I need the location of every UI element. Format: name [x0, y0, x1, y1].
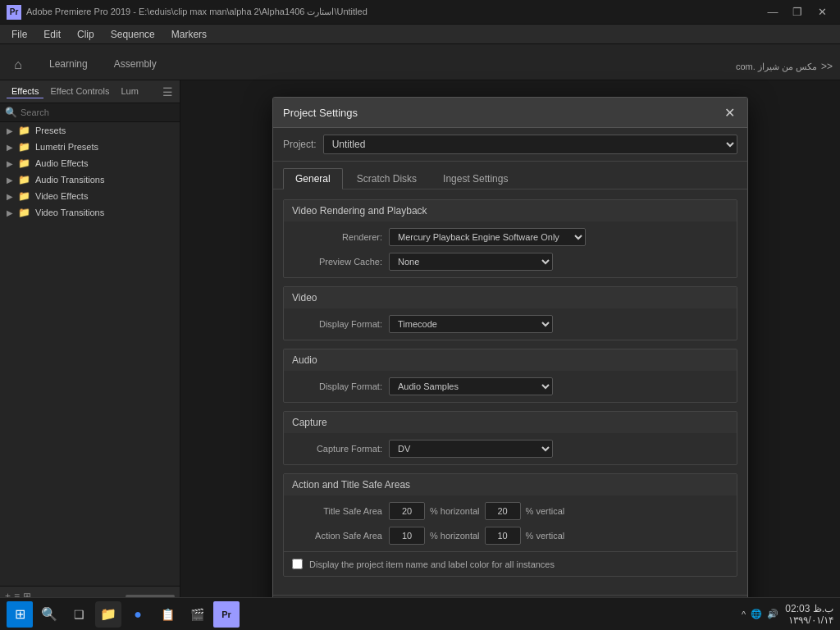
- title-safe-fields: 20 % horizontal 20 % vertical: [389, 502, 564, 520]
- video-display-format-row: Display Format: Timecode: [292, 315, 728, 333]
- main-area: Effects Effect Controls Lum ☰ 🔍 ▶ 📁 Pres…: [0, 80, 840, 605]
- dialog-body: Video Rendering and Playback Renderer: M…: [273, 189, 747, 595]
- systray-arrow[interactable]: ^: [742, 609, 746, 619]
- audio-transitions-item[interactable]: ▶ 📁 Audio Transitions: [0, 171, 180, 188]
- video-transitions-item[interactable]: ▶ 📁 Video Transitions: [0, 204, 180, 221]
- maximize-button[interactable]: ❐: [786, 3, 809, 21]
- workspace-more[interactable]: >>: [817, 57, 837, 76]
- menu-edit[interactable]: Edit: [35, 25, 69, 44]
- capture-format-label: Capture Format:: [292, 444, 382, 454]
- menu-sequence[interactable]: Sequence: [103, 25, 163, 44]
- audio-effects-item[interactable]: ▶ 📁 Audio Effects: [0, 155, 180, 171]
- safe-areas-header: Action and Title Safe Areas: [284, 474, 737, 495]
- presets-item[interactable]: ▶ 📁 Presets: [0, 122, 180, 139]
- premiere-taskbar-button[interactable]: Pr: [213, 601, 240, 628]
- audio-section: Audio Display Format: Audio Samples: [283, 349, 737, 403]
- clock-date: ۱۳۹۹/۰۱/۱۴: [785, 614, 833, 626]
- systray-network[interactable]: 🌐: [751, 609, 762, 619]
- chrome-button[interactable]: ●: [125, 601, 151, 628]
- preview-cache-select[interactable]: None: [389, 253, 553, 271]
- task-view-button[interactable]: ❑: [66, 601, 92, 628]
- tab-effect-controls[interactable]: Effect Controls: [45, 84, 114, 98]
- title-safe-v-input[interactable]: 20: [485, 502, 521, 520]
- video-transitions-label: Video Transitions: [35, 208, 104, 217]
- menu-clip[interactable]: Clip: [69, 25, 103, 44]
- panel-icons: ☰: [162, 85, 173, 98]
- panel-menu-icon[interactable]: ☰: [162, 85, 173, 98]
- tab-ingest-settings[interactable]: Ingest Settings: [431, 168, 520, 189]
- lumetri-presets-item[interactable]: ▶ 📁 Lumetri Presets: [0, 139, 180, 155]
- capture-section-content: Capture Format: DV: [284, 433, 737, 464]
- taskbar-right: ^ 🌐 🔊 02:03 ب.ظ ۱۳۹۹/۰۱/۱۴: [742, 603, 833, 626]
- audio-display-format-row: Display Format: Audio Samples: [292, 377, 728, 395]
- safe-areas-content: Title Safe Area 20 % horizontal 20 % ver…: [284, 495, 737, 551]
- video-transitions-arrow: ▶: [7, 208, 13, 217]
- left-panel: Effects Effect Controls Lum ☰ 🔍 ▶ 📁 Pres…: [0, 80, 180, 605]
- tab-assembly[interactable]: Assembly: [101, 50, 170, 80]
- action-safe-v-input[interactable]: 10: [485, 527, 521, 545]
- renderer-select[interactable]: Mercury Playback Engine Software Only: [389, 228, 586, 246]
- action-safe-label: Action Safe Area: [292, 531, 382, 541]
- safe-areas-section: Action and Title Safe Areas Title Safe A…: [283, 473, 737, 577]
- video-section-content: Display Format: Timecode: [284, 308, 737, 340]
- home-button[interactable]: ⌂: [3, 50, 33, 80]
- capture-format-select[interactable]: DV: [389, 440, 553, 458]
- title-safe-label: Title Safe Area: [292, 506, 382, 516]
- panel-tabs: Effects Effect Controls Lum: [7, 84, 144, 98]
- audio-display-format-label: Display Format:: [292, 381, 382, 391]
- audio-transitions-folder-icon: 📁: [18, 174, 30, 185]
- dialog-close-button[interactable]: ✕: [721, 104, 737, 121]
- title-bar: Pr Adobe Premiere Pro 2019 - E:\eduis\cl…: [0, 0, 840, 25]
- action-safe-fields: 10 % horizontal 10 % vertical: [389, 527, 564, 545]
- search-input[interactable]: [21, 107, 175, 117]
- dialog-title: Project Settings: [283, 107, 358, 119]
- video-display-format-label: Display Format:: [292, 319, 382, 329]
- menu-markers[interactable]: Markers: [163, 25, 215, 44]
- audio-section-header: Audio: [284, 349, 737, 371]
- checkbox-row: Display the project item name and label …: [284, 551, 737, 576]
- video-section-header: Video: [284, 287, 737, 308]
- title-safe-h-input[interactable]: 20: [389, 502, 425, 520]
- workspace-bar: ⌂ Learning Assembly مکس من شیراز .com >>: [0, 44, 840, 80]
- search-taskbar-button[interactable]: 🔍: [36, 601, 62, 628]
- display-label-checkbox[interactable]: [292, 559, 303, 569]
- dialog-titlebar: Project Settings ✕: [273, 98, 747, 128]
- minimize-button[interactable]: —: [761, 3, 784, 21]
- systray: ^ 🌐 🔊: [742, 609, 778, 619]
- title-safe-v-unit: % vertical: [526, 506, 565, 516]
- presets-arrow: ▶: [7, 126, 13, 135]
- center-area: Project Settings ✕ Project: Untitled Gen…: [180, 80, 840, 605]
- start-button[interactable]: ⊞: [7, 601, 33, 628]
- project-select[interactable]: Untitled: [323, 135, 737, 154]
- action-safe-h-input[interactable]: 10: [389, 527, 425, 545]
- file-explorer-button[interactable]: 📁: [95, 601, 121, 628]
- tab-learning[interactable]: Learning: [36, 50, 101, 80]
- systray-volume[interactable]: 🔊: [767, 609, 778, 619]
- action-safe-h-unit: % horizontal: [430, 531, 480, 541]
- audio-section-content: Display Format: Audio Samples: [284, 371, 737, 402]
- tab-scratch-disks[interactable]: Scratch Disks: [345, 168, 429, 189]
- tab-general[interactable]: General: [283, 168, 343, 189]
- audio-transitions-arrow: ▶: [7, 176, 13, 185]
- audio-display-format-select[interactable]: Audio Samples: [389, 377, 553, 395]
- menu-bar: File Edit Clip Sequence Markers: [0, 25, 840, 44]
- workspace-right: مکس من شیراز .com >>: [736, 57, 837, 80]
- tab-effects[interactable]: Effects: [7, 84, 43, 98]
- project-label: Project:: [283, 139, 317, 150]
- panel-header: Effects Effect Controls Lum ☰: [0, 80, 180, 103]
- presets-label: Presets: [35, 126, 66, 135]
- app2-button[interactable]: 🎬: [184, 601, 210, 628]
- search-icon: 🔍: [5, 107, 17, 118]
- audio-effects-label: Audio Effects: [35, 158, 89, 168]
- app1-button[interactable]: 📋: [154, 601, 180, 628]
- video-display-format-select[interactable]: Timecode: [389, 315, 553, 333]
- video-effects-item[interactable]: ▶ 📁 Video Effects: [0, 188, 180, 204]
- lumetri-arrow: ▶: [7, 143, 13, 152]
- lumetri-folder-icon: 📁: [18, 141, 30, 153]
- audio-transitions-label: Audio Transitions: [35, 175, 104, 185]
- menu-file[interactable]: File: [3, 25, 35, 44]
- renderer-row: Renderer: Mercury Playback Engine Softwa…: [292, 228, 728, 246]
- taskbar-clock: 02:03 ب.ظ ۱۳۹۹/۰۱/۱۴: [785, 603, 833, 626]
- tab-lum[interactable]: Lum: [116, 84, 143, 98]
- close-button[interactable]: ✕: [810, 3, 833, 21]
